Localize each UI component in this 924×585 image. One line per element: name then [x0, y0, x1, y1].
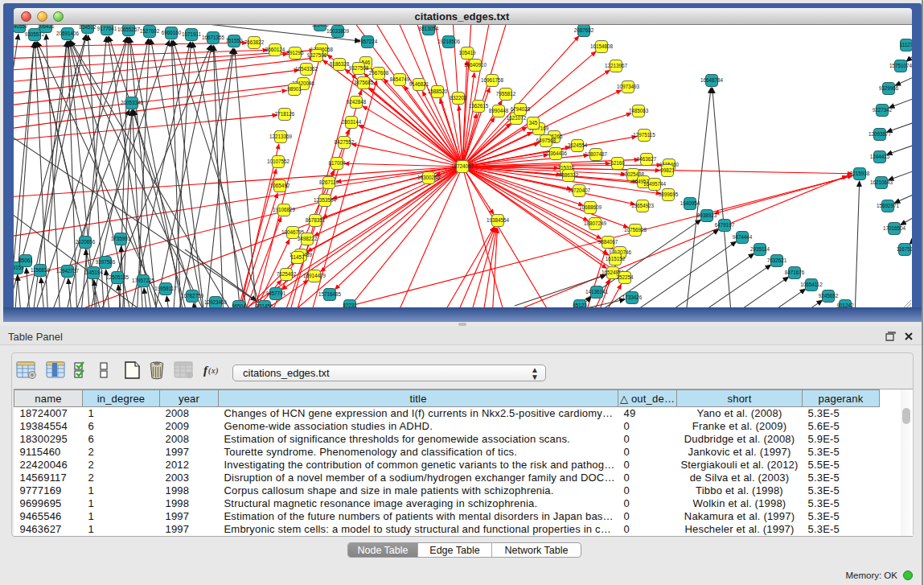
svg-text:252254: 252254: [616, 274, 634, 280]
svg-text:11127: 11127: [900, 42, 912, 47]
svg-text:345: 345: [529, 120, 538, 126]
svg-text:8471676: 8471676: [785, 270, 805, 275]
svg-text:16782759: 16782759: [181, 293, 204, 299]
svg-text:6794028: 6794028: [511, 106, 531, 112]
svg-text:2087682: 2087682: [574, 27, 594, 33]
svg-text:7357224: 7357224: [358, 39, 378, 44]
svg-text:7663822: 7663822: [244, 39, 265, 45]
svg-text:817004: 817004: [328, 160, 346, 166]
svg-text:1071911: 1071911: [182, 31, 202, 37]
svg-text:19384554: 19384554: [487, 217, 510, 223]
svg-text:1588520: 1588520: [428, 89, 448, 94]
svg-text:2803144: 2803144: [342, 119, 362, 125]
svg-text:834512: 834512: [79, 25, 97, 30]
svg-text:19654923: 19654923: [631, 203, 655, 208]
svg-text:16648784: 16648784: [700, 77, 724, 83]
svg-text:1615152: 1615152: [606, 256, 626, 262]
svg-text:832203: 832203: [450, 95, 467, 101]
svg-text:99821: 99821: [660, 167, 675, 173]
svg-text:12353594: 12353594: [314, 197, 337, 203]
svg-text:9245652: 9245652: [819, 293, 839, 299]
svg-text:9177041: 9177041: [97, 26, 117, 31]
svg-text:8938923: 8938923: [697, 212, 717, 218]
svg-text:16210643: 16210643: [870, 179, 893, 185]
svg-text:16495744: 16495744: [643, 181, 667, 187]
svg-text:231456: 231456: [256, 303, 273, 307]
svg-text:8813054: 8813054: [419, 26, 439, 31]
svg-text:12942737: 12942737: [56, 268, 80, 274]
svg-text:12923466: 12923466: [204, 299, 228, 305]
svg-text:8678352: 8678352: [306, 217, 326, 223]
svg-text:116753: 116753: [897, 246, 912, 252]
svg-text:7632621: 7632621: [767, 257, 787, 263]
svg-text:1156819: 1156819: [31, 267, 51, 273]
svg-text:9242848: 9242848: [347, 99, 367, 105]
svg-text:921403: 921403: [311, 25, 329, 27]
svg-text:65123: 65123: [573, 303, 587, 307]
svg-text:10655267: 10655267: [117, 27, 141, 32]
svg-text:18807249: 18807249: [584, 220, 607, 226]
svg-text:9329966: 9329966: [879, 85, 899, 91]
svg-text:9899695: 9899695: [659, 192, 679, 197]
svg-text:3624554: 3624554: [568, 142, 588, 148]
svg-text:9474444: 9474444: [733, 234, 753, 240]
svg-text:20053346: 20053346: [121, 100, 144, 105]
svg-text:15716485: 15716485: [318, 291, 342, 297]
svg-text:6479197: 6479197: [715, 222, 735, 228]
svg-text:10688609: 10688609: [579, 204, 602, 210]
svg-text:16914479: 16914479: [303, 273, 326, 278]
svg-text:9463627: 9463627: [637, 156, 657, 162]
svg-text:18640910: 18640910: [464, 62, 487, 68]
svg-text:2967608: 2967608: [369, 70, 389, 76]
svg-text:16154808: 16154808: [590, 43, 614, 49]
svg-text:12505135: 12505135: [106, 274, 129, 280]
svg-text:18724007: 18724007: [451, 163, 474, 169]
svg-text:1065492: 1065492: [270, 183, 290, 188]
svg-text:16543362: 16543362: [295, 66, 318, 72]
svg-text:12093877: 12093877: [869, 131, 892, 137]
svg-text:20691406: 20691406: [56, 31, 80, 36]
svg-text:16671355: 16671355: [202, 35, 225, 40]
svg-text:85061: 85061: [18, 257, 33, 263]
svg-text:17957225: 17957225: [132, 278, 155, 283]
svg-text:15751074: 15751074: [889, 63, 912, 68]
svg-text:1735991: 1735991: [111, 236, 131, 241]
svg-text:8427552: 8427552: [335, 139, 355, 145]
svg-text:1640954: 1640954: [680, 200, 700, 206]
svg-text:11457: 11457: [290, 254, 305, 260]
svg-text:901242: 901242: [836, 303, 854, 307]
svg-text:14136141: 14136141: [585, 289, 609, 295]
svg-text:3498222: 3498222: [298, 236, 318, 241]
svg-text:10807487: 10807487: [585, 151, 608, 157]
svg-text:1362615: 1362615: [469, 103, 489, 109]
svg-text:10107552: 10107552: [267, 159, 290, 164]
svg-text:7625402: 7625402: [277, 271, 297, 277]
svg-text:10973493: 10973493: [617, 84, 640, 89]
svg-text:1244415: 1244415: [870, 154, 890, 159]
svg-text:751552: 751552: [225, 38, 243, 43]
svg-text:15720407: 15720407: [568, 187, 591, 193]
svg-text:(x): (x): [208, 365, 219, 376]
svg-text:2935114: 2935114: [750, 246, 770, 252]
svg-text:6497568: 6497568: [536, 138, 556, 143]
svg-text:10046795: 10046795: [281, 229, 305, 235]
svg-text:2718126: 2718126: [275, 111, 295, 117]
svg-text:6966160: 6966160: [162, 30, 182, 35]
svg-text:9884067: 9884067: [598, 239, 618, 245]
svg-text:8660124: 8660124: [265, 47, 285, 52]
svg-text:12975115: 12975115: [633, 132, 655, 138]
svg-text:9146821: 9146821: [409, 81, 429, 87]
svg-text:9397586: 9397586: [96, 259, 116, 265]
svg-text:12213369: 12213369: [269, 134, 293, 139]
svg-text:7955812: 7955812: [496, 91, 516, 97]
svg-text:9227342: 9227342: [873, 107, 893, 113]
svg-text:96504: 96504: [232, 303, 246, 307]
svg-text:891295: 891295: [286, 50, 304, 56]
svg-text:8215938: 8215938: [850, 171, 870, 176]
svg-text:7886322: 7886322: [559, 172, 579, 178]
svg-text:1145194: 1145194: [84, 270, 104, 275]
svg-text:8454749: 8454749: [390, 76, 410, 82]
svg-text:8186328: 8186328: [330, 61, 350, 67]
svg-text:98901: 98901: [287, 86, 302, 92]
svg-text:240557: 240557: [14, 25, 28, 29]
